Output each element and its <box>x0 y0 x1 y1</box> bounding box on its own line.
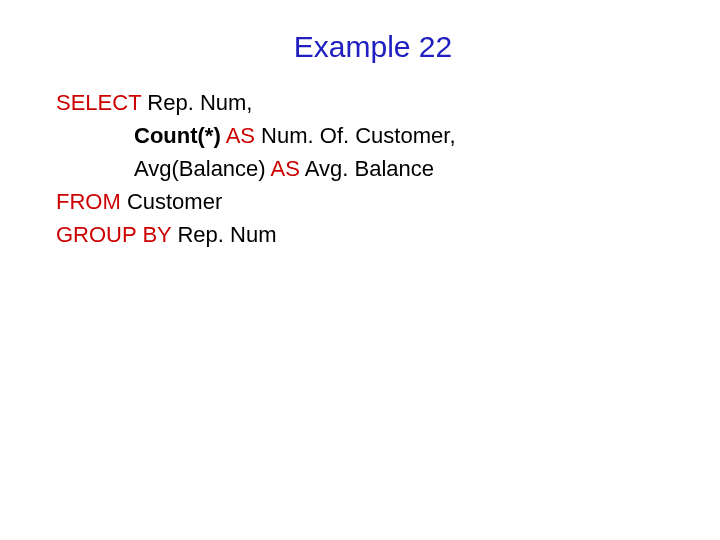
text-line-3-pre: Avg(Balance) <box>134 156 271 181</box>
keyword-groupby: GROUP BY <box>56 222 171 247</box>
sql-line-4: FROM Customer <box>56 185 690 218</box>
sql-line-5: GROUP BY Rep. Num <box>56 218 690 251</box>
text-line-2: Num. Of. Customer, <box>261 123 455 148</box>
text-line-4: Customer <box>121 189 222 214</box>
sql-line-1: SELECT Rep. Num, <box>56 86 690 119</box>
keyword-count: Count(*) <box>134 123 221 148</box>
sql-code-block: SELECT Rep. Num, Count(*) AS Num. Of. Cu… <box>56 86 690 251</box>
keyword-select: SELECT <box>56 90 141 115</box>
text-line-1: Rep. Num, <box>141 90 252 115</box>
keyword-as: AS <box>221 123 261 148</box>
text-line-3-rest: Avg. Balance <box>305 156 434 181</box>
slide-title: Example 22 <box>56 30 690 64</box>
slide-container: Example 22 SELECT Rep. Num, Count(*) AS … <box>0 0 720 251</box>
sql-line-2: Count(*) AS Num. Of. Customer, <box>56 119 690 152</box>
keyword-from: FROM <box>56 189 121 214</box>
sql-line-3: Avg(Balance) AS Avg. Balance <box>56 152 690 185</box>
text-line-5: Rep. Num <box>171 222 276 247</box>
keyword-as-2: AS <box>271 156 305 181</box>
